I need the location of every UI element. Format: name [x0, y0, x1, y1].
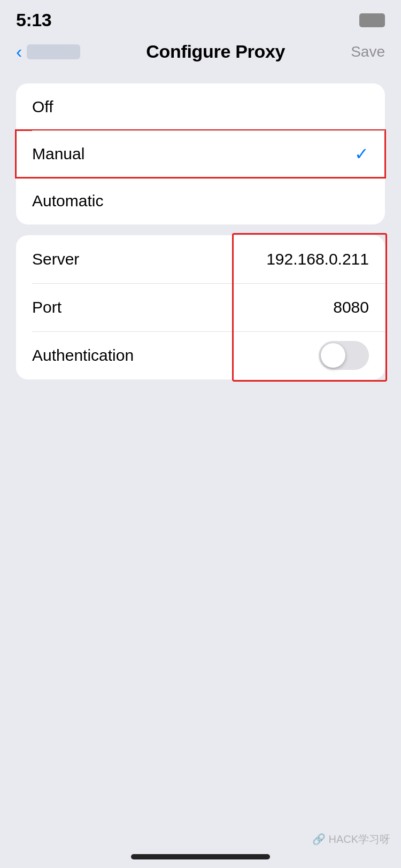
proxy-automatic-label: Automatic [32, 192, 103, 210]
status-bar: 5:13 [0, 0, 401, 36]
authentication-label: Authentication [32, 346, 134, 365]
home-indicator [131, 854, 270, 859]
port-value[interactable]: 8080 [333, 298, 369, 316]
proxy-option-off[interactable]: Off [16, 83, 385, 130]
status-time: 5:13 [16, 10, 51, 30]
server-row[interactable]: Server 192.168.0.211 [16, 235, 385, 283]
server-value[interactable]: 192.168.0.211 [266, 250, 369, 268]
toggle-knob [321, 343, 345, 368]
battery-icon [359, 13, 385, 27]
proxy-off-label: Off [32, 98, 53, 116]
proxy-manual-label: Manual [32, 145, 84, 163]
checkmark-icon: ✓ [354, 144, 369, 164]
port-label: Port [32, 298, 61, 316]
server-label: Server [32, 250, 79, 268]
nav-bar: ‹ Configure Proxy Save [0, 36, 401, 73]
save-button[interactable]: Save [351, 43, 385, 60]
authentication-toggle[interactable] [319, 341, 369, 370]
back-label-blurred [27, 44, 80, 59]
authentication-row[interactable]: Authentication [16, 331, 385, 379]
proxy-option-automatic[interactable]: Automatic [16, 177, 385, 224]
status-icons [359, 13, 385, 27]
watermark: 🔗 HACK学习呀 [312, 832, 390, 847]
back-chevron-icon: ‹ [16, 41, 22, 62]
config-section-inner: Server 192.168.0.211 Port 8080 Authentic… [16, 235, 385, 379]
back-button[interactable]: ‹ [16, 41, 80, 62]
page-title: Configure Proxy [146, 41, 285, 62]
proxy-options-section: Off Manual ✓ Automatic [16, 83, 385, 224]
proxy-option-manual[interactable]: Manual ✓ [16, 130, 385, 177]
port-row[interactable]: Port 8080 [16, 283, 385, 331]
config-section: Server 192.168.0.211 Port 8080 Authentic… [16, 235, 385, 379]
